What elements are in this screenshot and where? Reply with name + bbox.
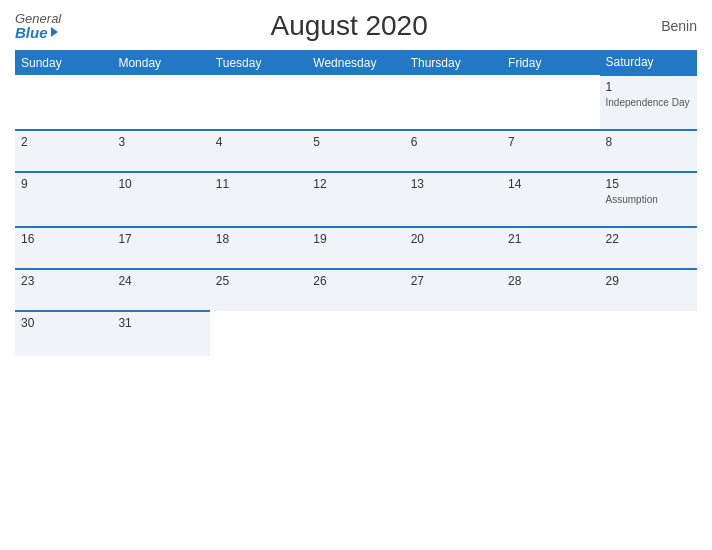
calendar-day-cell xyxy=(502,311,599,356)
day-number: 20 xyxy=(411,232,496,246)
calendar-day-cell: 27 xyxy=(405,269,502,311)
day-number: 17 xyxy=(118,232,203,246)
calendar-day-cell xyxy=(210,311,307,356)
calendar-table: Sunday Monday Tuesday Wednesday Thursday… xyxy=(15,50,697,356)
day-number: 19 xyxy=(313,232,398,246)
calendar-week-row: 1Independence Day xyxy=(15,75,697,130)
day-number: 31 xyxy=(118,316,203,330)
day-number: 28 xyxy=(508,274,593,288)
calendar-day-cell: 14 xyxy=(502,172,599,227)
calendar-day-cell: 11 xyxy=(210,172,307,227)
calendar-day-cell: 31 xyxy=(112,311,209,356)
day-number: 12 xyxy=(313,177,398,191)
calendar-day-cell: 25 xyxy=(210,269,307,311)
day-number: 23 xyxy=(21,274,106,288)
logo-blue-text: Blue xyxy=(15,25,58,40)
calendar-day-cell: 4 xyxy=(210,130,307,172)
calendar-day-cell xyxy=(600,311,697,356)
calendar-day-cell: 3 xyxy=(112,130,209,172)
calendar-week-row: 9101112131415Assumption xyxy=(15,172,697,227)
header-wednesday: Wednesday xyxy=(307,50,404,75)
calendar-day-cell xyxy=(210,75,307,130)
calendar-day-cell: 20 xyxy=(405,227,502,269)
calendar-day-cell: 6 xyxy=(405,130,502,172)
day-number: 9 xyxy=(21,177,106,191)
day-number: 30 xyxy=(21,316,106,330)
calendar-day-cell: 26 xyxy=(307,269,404,311)
day-number: 29 xyxy=(606,274,691,288)
logo: General Blue xyxy=(15,12,61,40)
calendar-day-cell: 22 xyxy=(600,227,697,269)
day-number: 27 xyxy=(411,274,496,288)
calendar-day-cell: 19 xyxy=(307,227,404,269)
calendar-day-cell xyxy=(405,75,502,130)
day-number: 8 xyxy=(606,135,691,149)
calendar-week-row: 3031 xyxy=(15,311,697,356)
day-number: 6 xyxy=(411,135,496,149)
calendar-day-cell xyxy=(307,311,404,356)
holiday-label: Assumption xyxy=(606,193,691,206)
weekday-header-row: Sunday Monday Tuesday Wednesday Thursday… xyxy=(15,50,697,75)
calendar-day-cell: 7 xyxy=(502,130,599,172)
day-number: 1 xyxy=(606,80,691,94)
calendar-day-cell: 28 xyxy=(502,269,599,311)
calendar-day-cell: 5 xyxy=(307,130,404,172)
calendar-day-cell xyxy=(502,75,599,130)
day-number: 18 xyxy=(216,232,301,246)
header-saturday: Saturday xyxy=(600,50,697,75)
calendar-day-cell: 10 xyxy=(112,172,209,227)
calendar-week-row: 16171819202122 xyxy=(15,227,697,269)
country-label: Benin xyxy=(637,18,697,34)
calendar-week-row: 23242526272829 xyxy=(15,269,697,311)
day-number: 26 xyxy=(313,274,398,288)
calendar-day-cell xyxy=(307,75,404,130)
calendar-day-cell: 21 xyxy=(502,227,599,269)
calendar-day-cell xyxy=(15,75,112,130)
calendar-day-cell: 17 xyxy=(112,227,209,269)
day-number: 2 xyxy=(21,135,106,149)
header-monday: Monday xyxy=(112,50,209,75)
calendar-title: August 2020 xyxy=(61,10,637,42)
calendar-day-cell: 9 xyxy=(15,172,112,227)
day-number: 10 xyxy=(118,177,203,191)
day-number: 3 xyxy=(118,135,203,149)
calendar-day-cell xyxy=(112,75,209,130)
calendar-day-cell xyxy=(405,311,502,356)
calendar-day-cell: 30 xyxy=(15,311,112,356)
holiday-label: Independence Day xyxy=(606,96,691,109)
calendar-day-cell: 24 xyxy=(112,269,209,311)
calendar-day-cell: 18 xyxy=(210,227,307,269)
calendar-day-cell: 15Assumption xyxy=(600,172,697,227)
header-thursday: Thursday xyxy=(405,50,502,75)
header-tuesday: Tuesday xyxy=(210,50,307,75)
calendar-day-cell: 2 xyxy=(15,130,112,172)
day-number: 13 xyxy=(411,177,496,191)
calendar-day-cell: 8 xyxy=(600,130,697,172)
calendar-day-cell: 13 xyxy=(405,172,502,227)
day-number: 15 xyxy=(606,177,691,191)
page: General Blue August 2020 Benin Sunday Mo… xyxy=(0,0,712,550)
day-number: 11 xyxy=(216,177,301,191)
day-number: 7 xyxy=(508,135,593,149)
calendar-day-cell: 23 xyxy=(15,269,112,311)
day-number: 22 xyxy=(606,232,691,246)
day-number: 24 xyxy=(118,274,203,288)
calendar-week-row: 2345678 xyxy=(15,130,697,172)
day-number: 16 xyxy=(21,232,106,246)
calendar-day-cell: 29 xyxy=(600,269,697,311)
day-number: 14 xyxy=(508,177,593,191)
day-number: 5 xyxy=(313,135,398,149)
day-number: 4 xyxy=(216,135,301,149)
day-number: 25 xyxy=(216,274,301,288)
calendar-day-cell: 12 xyxy=(307,172,404,227)
header-sunday: Sunday xyxy=(15,50,112,75)
calendar-day-cell: 1Independence Day xyxy=(600,75,697,130)
header: General Blue August 2020 Benin xyxy=(15,10,697,42)
calendar-day-cell: 16 xyxy=(15,227,112,269)
header-friday: Friday xyxy=(502,50,599,75)
logo-triangle-icon xyxy=(51,27,58,37)
day-number: 21 xyxy=(508,232,593,246)
